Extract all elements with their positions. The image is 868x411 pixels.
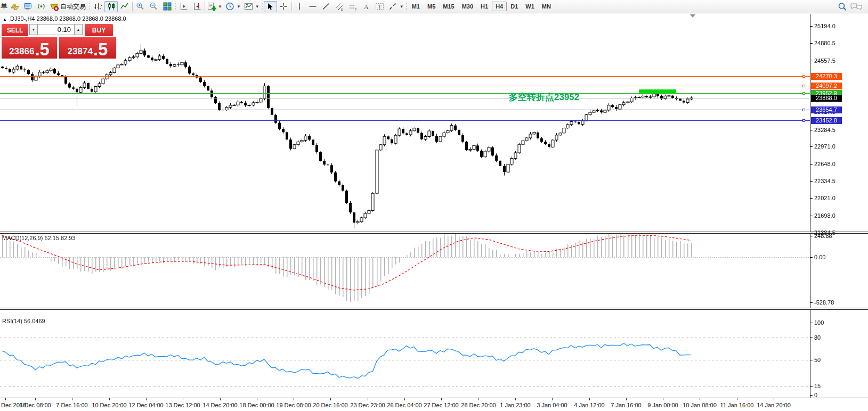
axis-tick-mark (810, 338, 813, 338)
volume-decrease-button[interactable]: ▼ (29, 24, 38, 35)
horizontal-line-icon[interactable] (306, 1, 320, 12)
toolbar-separator (205, 2, 205, 11)
tf-m15-button[interactable]: M15 (439, 2, 458, 11)
toolbar-separator (406, 2, 407, 11)
rsi-indicator-canvas[interactable] (0, 310, 810, 397)
level-anchor-square[interactable] (802, 119, 805, 122)
tf-d1-button[interactable]: D1 (507, 2, 522, 11)
autotrade-icon[interactable] (48, 1, 60, 12)
trendline-icon[interactable] (320, 1, 333, 12)
axis-tick-label: -528.78 (814, 299, 834, 306)
autotrade-label[interactable]: 自动交易 (60, 2, 86, 11)
level-anchor-square[interactable] (802, 92, 805, 95)
main-chart-canvas[interactable] (0, 14, 810, 233)
chart-shift-marker[interactable] (690, 14, 695, 18)
date-axis-label: 13 Dec 12:00 (165, 402, 200, 408)
date-axis-tick (700, 398, 700, 400)
equidistant-channel-icon[interactable]: E (333, 1, 346, 12)
horizontal-level-line[interactable] (0, 93, 810, 94)
date-axis-label: 10 Dec 20:00 (92, 402, 126, 408)
horizontal-level-line[interactable] (0, 76, 810, 77)
search-icon[interactable] (835, 1, 849, 12)
level-anchor-square[interactable] (802, 109, 805, 111)
date-axis-label: 14 Jan 20:00 (757, 402, 791, 408)
add-indicator-icon[interactable] (206, 1, 218, 12)
toolbar: 单 自动交易 ▼ ▼ ▼ E F A T ▼ (0, 0, 868, 13)
toolbar-separator (132, 2, 133, 11)
periods-icon[interactable] (223, 1, 237, 12)
auto-scroll-icon[interactable] (177, 1, 190, 12)
fibonacci-icon[interactable]: F (346, 1, 360, 12)
date-axis-tick (663, 398, 663, 400)
date-axis-label: 11 Jan 16:00 (720, 402, 754, 408)
cursor-icon[interactable] (264, 1, 277, 12)
toolbar-separator (556, 2, 556, 11)
date-axis-tick (35, 398, 36, 400)
current-price-line[interactable] (0, 98, 810, 98)
macd-indicator-canvas[interactable] (0, 234, 810, 307)
axis-tick-label: 22021.0 (814, 195, 835, 201)
tf-m1-button[interactable]: M1 (408, 2, 424, 11)
signal-icon[interactable] (35, 1, 48, 12)
annotation-text[interactable]: 多空转折点23952 (509, 91, 579, 103)
tf-h1-button[interactable]: H1 (477, 2, 492, 11)
svg-text:E: E (341, 8, 343, 11)
level-anchor-square[interactable] (802, 75, 805, 78)
new-order-partial-label[interactable]: 单 (1, 2, 8, 11)
date-axis-tick (146, 398, 147, 400)
date-axis-tick (257, 398, 257, 400)
buy-price-button[interactable]: 23874 .5 (59, 37, 116, 59)
terminal-icon[interactable] (21, 1, 35, 12)
zoom-out-icon[interactable] (147, 1, 160, 12)
sell-price-button[interactable]: 23866 .5 (2, 37, 57, 59)
dropdown-arrow-icon[interactable]: ▼ (218, 4, 222, 9)
tile-windows-icon[interactable] (160, 1, 174, 12)
volume-input[interactable] (38, 24, 74, 35)
symbol-triangle-icon: ▲ (3, 17, 7, 22)
dropdown-arrow-icon[interactable]: ▼ (255, 4, 259, 9)
date-axis-label: 27 Dec 12:00 (424, 402, 458, 408)
date-axis-label: 10 Jan 08:00 (683, 402, 717, 408)
date-axis-tick (774, 398, 774, 400)
tf-h4-button[interactable]: H4 (492, 2, 507, 11)
toolbar-separator (291, 2, 292, 11)
line-chart-icon[interactable] (118, 1, 131, 12)
chart-shift-icon[interactable] (190, 1, 204, 12)
tf-m30-button[interactable]: M30 (458, 2, 477, 11)
toolbar-separator (175, 2, 176, 11)
zoom-in-icon[interactable] (134, 1, 147, 12)
axis-tick-mark (810, 26, 813, 27)
highlight-bar-drawing[interactable] (639, 89, 676, 93)
chat-icon[interactable] (849, 1, 864, 12)
date-axis-label: 6 Dec 08:00 (19, 402, 51, 408)
date-axis-tick (183, 398, 183, 400)
date-axis-tick (478, 398, 479, 400)
tf-w1-button[interactable]: W1 (522, 2, 538, 11)
level-anchor-square[interactable] (802, 85, 805, 87)
deposit-icon[interactable] (8, 1, 21, 12)
dropdown-arrow-icon[interactable]: ▼ (400, 4, 404, 9)
pane-splitter-rsi[interactable] (0, 308, 868, 310)
axis-tick-mark (810, 257, 813, 258)
templates-icon[interactable] (242, 1, 255, 12)
vertical-line-icon[interactable] (293, 1, 306, 12)
bar-chart-icon[interactable] (91, 1, 104, 12)
crosshair-icon[interactable] (277, 1, 290, 12)
axis-tick-label: 25194.0 (814, 23, 835, 29)
dropdown-arrow-icon[interactable]: ▼ (237, 4, 241, 9)
text-icon[interactable]: A (360, 1, 373, 12)
sell-button[interactable]: SELL (2, 24, 28, 36)
volume-increase-button[interactable]: ▲ (74, 24, 83, 35)
horizontal-level-line[interactable] (0, 110, 810, 110)
buy-button[interactable]: BUY (85, 24, 113, 36)
horizontal-level-line[interactable] (0, 86, 810, 86)
one-click-trading-panel: SELL ▼ ▲ BUY 23866 .5 23874 .5 (2, 24, 116, 59)
date-axis-tick (515, 398, 516, 400)
pane-splitter-macd[interactable] (0, 232, 868, 234)
candlestick-chart-icon[interactable] (104, 1, 118, 12)
text-label-icon[interactable]: T (373, 1, 386, 12)
tf-m5-button[interactable]: M5 (424, 2, 439, 11)
horizontal-level-line[interactable] (0, 120, 810, 121)
arrows-icon[interactable] (386, 1, 400, 12)
tf-mn-button[interactable]: MN (538, 2, 555, 11)
